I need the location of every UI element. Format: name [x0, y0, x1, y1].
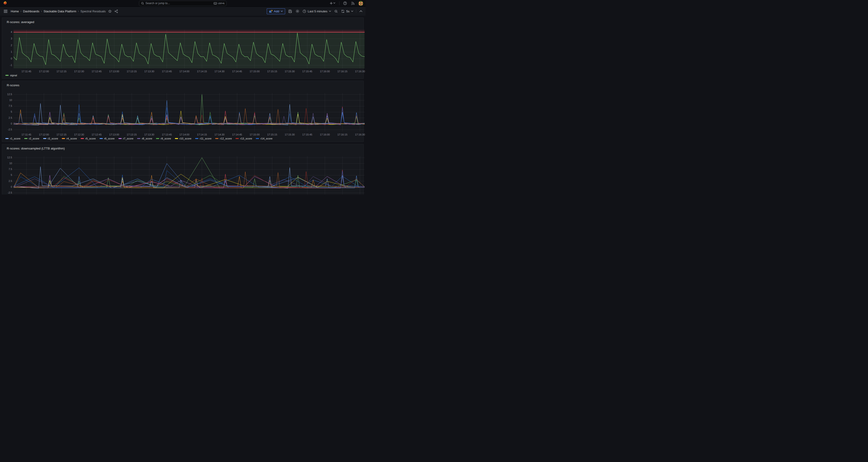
- breadcrumb-dashboards[interactable]: Dashboards: [23, 9, 39, 13]
- help-icon[interactable]: [343, 1, 347, 6]
- x-axis-tick-label: 17:14:00: [176, 70, 193, 73]
- legend-item-r1_score[interactable]: r1_score: [5, 137, 21, 140]
- y-axis-tick-label: 7.5: [4, 168, 12, 171]
- legend-label: r11_score: [200, 137, 212, 140]
- grafana-logo[interactable]: [3, 1, 7, 6]
- favorite-star-icon[interactable]: [108, 9, 112, 13]
- chart-legend: r1_scorer2_scorer3_scorer4_scorer5_score…: [5, 137, 361, 140]
- panel-rscores-averaged: R-scores: averaged 43210-117:11:4517:12:…: [2, 18, 364, 79]
- zoom-out-icon[interactable]: [334, 9, 338, 13]
- new-dropdown-button[interactable]: [330, 1, 336, 5]
- x-axis-tick-label: 17:16:30: [352, 70, 366, 73]
- legend-item-r11_score[interactable]: r11_score: [195, 137, 212, 140]
- y-axis-tick-label: 10: [4, 162, 12, 165]
- breadcrumb-separator: ›: [78, 9, 79, 13]
- y-axis-tick-label: 10: [4, 99, 12, 101]
- legend-item-r5_score[interactable]: r5_score: [81, 137, 96, 140]
- chart-rscores-downsampled[interactable]: 12.5107.552.50-2.517:11:4517:12:0017:12:…: [13, 156, 365, 194]
- legend-swatch: [99, 138, 103, 139]
- add-panel-button[interactable]: Add: [267, 8, 285, 14]
- add-button-label: Add: [274, 9, 279, 13]
- breadcrumb-home[interactable]: Home: [11, 9, 19, 13]
- x-axis-tick-label: 17:12:15: [53, 133, 70, 136]
- x-axis-tick-label: 17:13:30: [141, 133, 157, 136]
- legend-item-r14_score[interactable]: r14_score: [256, 137, 272, 140]
- x-axis-tick-label: 17:15:45: [299, 133, 315, 136]
- legend-item-r13_score[interactable]: r13_score: [236, 137, 252, 140]
- legend-label: signal: [10, 74, 17, 77]
- y-axis-tick-label: 5: [4, 110, 12, 113]
- x-axis-tick-label: 17:13:00: [106, 70, 122, 73]
- legend-label: r1_score: [10, 137, 21, 140]
- search-shortcut: ctrl+k: [214, 2, 224, 5]
- x-axis-tick-label: 17:15:30: [282, 133, 298, 136]
- breadcrumb-folder[interactable]: Stackable Data Platform: [43, 9, 76, 13]
- legend-swatch: [256, 138, 259, 139]
- search-input[interactable]: Search or jump to... ctrl+k: [139, 1, 227, 6]
- search-placeholder: Search or jump to...: [146, 2, 212, 5]
- legend-item-r2_score[interactable]: r2_score: [24, 137, 39, 140]
- legend-item-r7_score[interactable]: r7_score: [118, 137, 133, 140]
- news-rss-icon[interactable]: [351, 1, 355, 6]
- panel-rscores: R-scores 12.5107.552.50-2.517:11:4517:12…: [2, 81, 364, 142]
- collapse-toolbar-chevron-up-icon[interactable]: [359, 10, 363, 12]
- x-axis-tick-label: 17:12:00: [36, 133, 52, 136]
- x-axis-tick-label: 17:12:30: [71, 70, 87, 73]
- legend-swatch: [137, 138, 141, 139]
- legend-label: r7_score: [123, 137, 133, 140]
- time-range-label: Last 5 minutes: [308, 9, 328, 13]
- y-axis-tick-label: 12.5: [4, 156, 12, 159]
- share-icon[interactable]: [114, 9, 118, 13]
- chart-rscores-averaged[interactable]: 43210-117:11:4517:12:0017:12:1517:12:301…: [13, 30, 365, 68]
- legend-swatch: [24, 138, 28, 139]
- x-axis-tick-label: 17:15:45: [299, 70, 315, 73]
- x-axis-tick-label: 17:13:00: [106, 133, 122, 136]
- legend-item-signal[interactable]: signal: [5, 74, 17, 77]
- legend-label: r4_score: [66, 137, 77, 140]
- x-axis-tick-label: 17:11:45: [18, 133, 34, 136]
- panel-title[interactable]: R-scores: [5, 83, 21, 88]
- legend-item-r12_score[interactable]: r12_score: [215, 137, 232, 140]
- refresh-icon: [341, 9, 345, 13]
- legend-item-r6_score[interactable]: r6_score: [99, 137, 115, 140]
- legend-label: r5_score: [85, 137, 96, 140]
- legend-item-r8_score[interactable]: r8_score: [137, 137, 152, 140]
- y-axis-tick-label: 12.5: [4, 93, 12, 96]
- x-axis-tick-label: 17:13:15: [124, 133, 140, 136]
- x-axis-tick-label: 17:13:45: [159, 70, 175, 73]
- x-axis-tick-label: 17:14:00: [176, 133, 193, 136]
- breadcrumb-separator: ›: [21, 9, 22, 13]
- y-axis-tick-label: 4: [4, 31, 12, 33]
- x-axis-tick-label: 17:14:30: [212, 70, 228, 73]
- y-axis-tick-label: 0: [4, 122, 12, 125]
- refresh-interval-label: 5s: [346, 9, 349, 13]
- y-axis-tick-label: 0: [4, 57, 12, 60]
- x-axis-tick-label: 17:14:15: [194, 133, 210, 136]
- legend-swatch: [156, 138, 159, 139]
- legend-label: r9_score: [161, 137, 171, 140]
- legend-item-r3_score[interactable]: r3_score: [43, 137, 58, 140]
- x-axis-tick-label: 17:15:00: [246, 70, 263, 73]
- legend-swatch: [81, 138, 84, 139]
- menu-hamburger-icon[interactable]: [3, 9, 8, 14]
- legend-item-r10_score[interactable]: r10_score: [175, 137, 191, 140]
- x-axis-tick-label: 17:16:00: [317, 70, 333, 73]
- panel-title[interactable]: R-scores: averaged: [5, 19, 36, 25]
- x-axis-tick-label: 17:11:45: [18, 70, 34, 73]
- chart-rscores[interactable]: 12.5107.552.50-2.517:11:4517:12:0017:12:…: [13, 93, 365, 131]
- refresh-picker[interactable]: 5s: [341, 9, 353, 13]
- settings-gear-icon[interactable]: [295, 9, 300, 13]
- user-avatar[interactable]: [358, 1, 363, 6]
- x-axis-tick-label: 17:12:30: [71, 133, 87, 136]
- x-axis-tick-label: 17:14:30: [212, 133, 228, 136]
- legend-item-r4_score[interactable]: r4_score: [62, 137, 77, 140]
- legend-item-r9_score[interactable]: r9_score: [156, 137, 171, 140]
- y-axis-tick-label: 5: [4, 174, 12, 176]
- y-axis-tick-label: 7.5: [4, 104, 12, 107]
- time-range-picker[interactable]: Last 5 minutes: [303, 9, 331, 13]
- chart-canvas: [13, 30, 365, 68]
- y-axis-tick-label: 0: [4, 185, 12, 188]
- panel-title[interactable]: R-scores: downsampled (LTTB algorithm): [5, 146, 67, 151]
- x-axis-tick-label: 17:14:15: [194, 70, 210, 73]
- save-dashboard-icon[interactable]: [288, 9, 292, 13]
